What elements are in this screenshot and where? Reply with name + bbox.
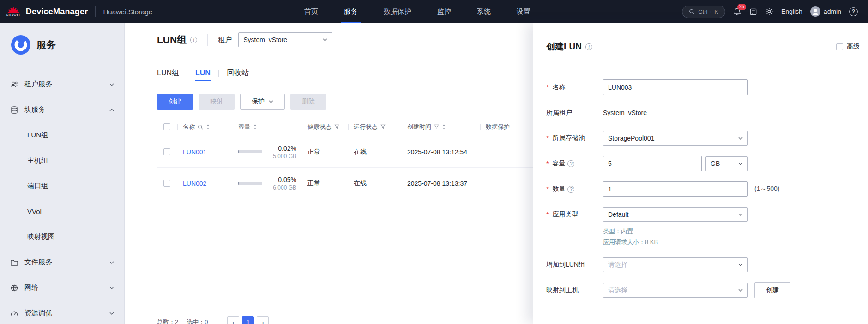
sidebar-item-file-services[interactable]: 文件服务 [0, 250, 124, 275]
tenant-select-value: System_vStore [243, 36, 287, 43]
app-type-select[interactable]: Default [603, 207, 748, 222]
add-to-lun-group-label: 增加到LUN组 [546, 261, 603, 269]
storage-pool-select[interactable]: StoragePool001 [603, 131, 748, 146]
nav-data-protection[interactable]: 数据保护 [380, 0, 415, 23]
capacity-label: 容量 [546, 159, 603, 168]
filter-icon[interactable] [380, 124, 386, 129]
block-services-icon [10, 106, 18, 114]
nav-monitor[interactable]: 监控 [434, 0, 455, 23]
nav-home[interactable]: 首页 [301, 0, 322, 23]
settings-button[interactable] [765, 7, 773, 16]
page-1-button[interactable]: 1 [242, 316, 254, 324]
capacity-unit-select[interactable]: GB [705, 156, 748, 171]
chevron-down-icon [738, 213, 743, 216]
storage-pool-value: StoragePool001 [608, 134, 654, 142]
name-input[interactable] [603, 79, 748, 95]
create-host-button[interactable]: 创建 [754, 282, 790, 298]
next-page-button[interactable]: › [257, 316, 269, 324]
tasks-button[interactable] [749, 8, 757, 16]
column-search-icon[interactable] [198, 124, 203, 130]
lun-name-link[interactable]: LUN001 [183, 148, 206, 156]
sort-icon[interactable] [442, 124, 446, 130]
task-list-icon [749, 8, 757, 16]
avatar [810, 6, 820, 17]
chevron-down-icon [109, 312, 114, 315]
filter-icon[interactable] [434, 124, 439, 129]
sort-icon[interactable] [253, 124, 257, 130]
row-checkbox[interactable] [163, 180, 170, 187]
sidebar-item-port-group[interactable]: 端口组 [0, 173, 124, 199]
language-switcher[interactable]: English [781, 8, 802, 15]
advanced-toggle[interactable]: 高级 [836, 43, 860, 51]
select-all-cell [157, 118, 177, 136]
info-icon[interactable] [585, 43, 592, 50]
column-health: 健康状态 [302, 118, 348, 136]
sidebar-item-label: LUN组 [27, 131, 48, 140]
tenant-label: 租户 [218, 36, 232, 44]
sidebar-item-vvol[interactable]: VVol [0, 199, 124, 224]
sidebar-item-resource-tuning[interactable]: 资源调优 [0, 300, 124, 324]
sidebar-item-host-group[interactable]: 主机组 [0, 148, 124, 173]
tab-recycle-bin[interactable]: 回收站 [227, 68, 249, 82]
huawei-logo-text: HUAWEI [6, 14, 20, 17]
used-percent: 0.05% [273, 176, 296, 183]
user-menu[interactable]: admin [810, 6, 841, 17]
sidebar-title: 服务 [36, 38, 56, 51]
app-type-hint-size: 应用请求大小：8 KB [603, 237, 860, 248]
help-button[interactable] [849, 7, 858, 16]
help-icon[interactable] [567, 186, 574, 193]
page-header: LUN组 租户 System_vStore [157, 32, 533, 47]
sidebar-item-lun-group[interactable]: LUN组 [0, 122, 124, 148]
tenant-select[interactable]: System_vStore [238, 32, 332, 47]
global-search[interactable]: Ctrl + K [682, 6, 725, 18]
protect-button[interactable]: 保护 [240, 94, 285, 110]
host-map-select[interactable]: 请选择 [603, 283, 748, 298]
notifications-button[interactable]: 25 [733, 7, 741, 16]
row-checkbox[interactable] [163, 148, 170, 155]
topbar: HUAWEI DeviceManager Huawei.Storage 首页 服… [0, 0, 868, 23]
sidebar-item-label: 租户服务 [24, 80, 52, 89]
filter-icon[interactable] [334, 124, 339, 129]
capacity-input[interactable] [603, 156, 702, 171]
sidebar-item-mapping-view[interactable]: 映射视图 [0, 224, 124, 250]
map-button[interactable]: 映射 [199, 94, 235, 110]
total-capacity: 6.000 GB [273, 184, 296, 191]
prev-page-button[interactable]: ‹ [227, 316, 239, 324]
pool-row: 所属存储池 StoragePool001 [546, 130, 860, 146]
chevron-down-icon [269, 100, 273, 103]
advanced-checkbox[interactable] [836, 43, 843, 50]
lun-group-select[interactable]: 请选择 [603, 257, 748, 272]
lun-name-link[interactable]: LUN002 [183, 180, 206, 187]
chevron-down-icon [738, 137, 743, 140]
sidebar-item-tenant-services[interactable]: 租户服务 [0, 72, 124, 97]
row-status-cell: 在线 [348, 179, 402, 188]
sort-icon[interactable] [206, 124, 210, 130]
sidebar-item-label: 块服务 [24, 105, 45, 114]
delete-button[interactable]: 删除 [290, 94, 326, 110]
help-icon[interactable] [567, 160, 574, 167]
sidebar-item-network[interactable]: 网络 [0, 275, 124, 300]
tab-lun[interactable]: LUN [195, 69, 211, 81]
nav-system[interactable]: 系统 [473, 0, 494, 23]
nav-settings[interactable]: 设置 [513, 0, 534, 23]
create-button[interactable]: 创建 [157, 94, 193, 110]
map-to-host-label: 映射到主机 [546, 286, 603, 294]
chevron-up-icon [109, 109, 114, 111]
nav-services[interactable]: 服务 [340, 0, 362, 23]
quantity-input[interactable] [603, 181, 748, 197]
column-created: 创建时间 [402, 118, 480, 136]
sidebar-item-label: 网络 [24, 283, 38, 292]
tab-lun-group[interactable]: LUN组 [157, 68, 179, 82]
page-title: LUN组 [157, 33, 187, 46]
quantity-row: 数量 (1～500) [546, 181, 860, 197]
column-status-label: 运行状态 [354, 123, 378, 131]
services-logo-icon [11, 35, 30, 55]
app-body: 服务 租户服务 块服务 LUN组 主机组 端口组 VVol 映射视图 [0, 23, 868, 324]
select-all-checkbox[interactable] [163, 123, 170, 130]
capacity-row: 容量 GB [546, 156, 860, 171]
total-capacity: 5.000 GB [273, 153, 296, 159]
used-percent: 0.02% [273, 145, 296, 152]
info-icon[interactable] [190, 37, 197, 43]
chevron-down-icon [109, 83, 114, 86]
sidebar-item-block-services[interactable]: 块服务 [0, 97, 124, 122]
